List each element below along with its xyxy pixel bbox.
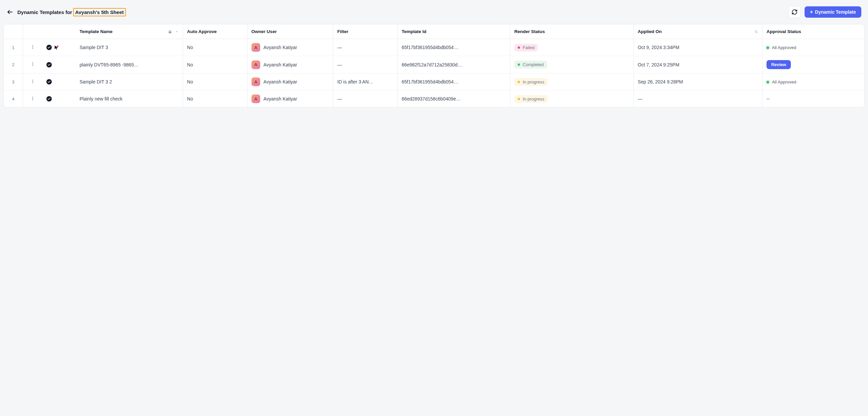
owner-cell: AAvyansh Katiyar	[247, 73, 333, 91]
col-header-template-name[interactable]: Template Name	[75, 24, 183, 39]
template-name-cell[interactable]: Plainly new fill check	[75, 91, 183, 107]
approval-status-cell: Review	[763, 56, 864, 73]
svg-point-3	[32, 48, 33, 49]
approval-status-cell: All Approved	[763, 73, 864, 91]
check-circle-icon	[46, 62, 52, 67]
render-status-label: In progress	[523, 96, 545, 101]
kebab-icon[interactable]	[30, 79, 35, 84]
row-status-icons	[42, 39, 76, 56]
kebab-icon[interactable]	[30, 45, 35, 50]
svg-point-10	[32, 83, 33, 83]
avatar: A	[251, 95, 260, 103]
table-row: 1Sample DIT 3NoAAvyansh Katiyar—65f17bf3…	[4, 39, 864, 56]
template-name-cell[interactable]: plainly DVT65-8965 -9865…	[75, 56, 183, 73]
render-status-cell: In progress	[510, 73, 634, 91]
cursor-pointer-icon	[54, 45, 58, 50]
render-status-label: Failed	[523, 45, 534, 50]
render-status-cell: Completed	[510, 56, 634, 73]
render-status-label: In progress	[523, 79, 545, 85]
render-status-pill: Failed	[514, 44, 538, 52]
filter-cell: —	[333, 91, 397, 107]
owner-name: Avyansh Katiyar	[264, 79, 297, 85]
row-status-icons	[42, 56, 76, 73]
applied-on-cell: Sep 26, 2024 9:28PM	[633, 73, 763, 91]
status-dot-icon	[767, 81, 769, 84]
filter-cell: —	[333, 39, 397, 56]
template-name-cell[interactable]: Sample DIT 3 2	[75, 73, 183, 91]
col-header-status-icons	[42, 24, 76, 39]
row-number: 1	[4, 39, 23, 56]
svg-point-7	[32, 65, 33, 66]
template-name-cell[interactable]: Sample DIT 3	[75, 39, 183, 56]
col-header-applied-on[interactable]: Applied On	[633, 24, 763, 39]
template-id-cell: 65f17bf361955d4bdb054…	[397, 73, 510, 91]
col-header-filter[interactable]: Filter	[333, 24, 397, 39]
col-label: Template Name	[80, 29, 113, 34]
avatar: A	[251, 60, 260, 69]
row-status-icons	[42, 73, 76, 91]
back-arrow-icon[interactable]	[7, 9, 13, 15]
approval-label: All Approved	[772, 79, 796, 85]
sort-icon	[754, 30, 758, 34]
refresh-button[interactable]	[788, 6, 801, 18]
approval-status: All Approved	[767, 79, 796, 85]
svg-point-2	[32, 47, 33, 47]
owner-cell: AAvyansh Katiyar	[247, 56, 333, 73]
table-header-row: Template Name Auto Approve Owner User Fi…	[4, 24, 864, 39]
row-status-icons	[42, 91, 76, 107]
row-menu-cell	[23, 56, 42, 73]
row-menu-cell	[23, 39, 42, 56]
refresh-icon	[792, 9, 798, 15]
svg-point-9	[32, 81, 33, 82]
lock-icon	[168, 30, 172, 34]
owner-name: Avyansh Katiyar	[264, 45, 297, 50]
check-circle-icon	[46, 96, 52, 101]
applied-on-cell: —	[633, 91, 763, 107]
table-row: 4Plainly new fill checkNoAAvyansh Katiya…	[4, 91, 864, 107]
auto-approve-cell: No	[183, 39, 247, 56]
owner-name: Avyansh Katiyar	[264, 96, 297, 101]
render-status-cell: Failed	[510, 39, 634, 56]
applied-on-cell: Oct 7, 2024 9:25PM	[633, 56, 763, 73]
svg-point-13	[32, 99, 33, 100]
status-dot-icon	[518, 46, 520, 49]
col-header-render-status[interactable]: Render Status	[510, 24, 634, 39]
approval-status: All Approved	[767, 45, 796, 50]
owner-cell: AAvyansh Katiyar	[247, 91, 333, 107]
svg-point-1	[32, 45, 33, 46]
kebab-icon[interactable]	[30, 96, 35, 101]
avatar: A	[251, 77, 260, 86]
render-status-pill: In progress	[514, 95, 548, 103]
approval-label: All Approved	[772, 45, 796, 50]
svg-point-4	[57, 45, 58, 47]
page-header: Dynamic Templates for Avyansh's 5th Shee…	[3, 3, 865, 24]
table-row: 2plainly DVT65-8965 -9865…NoAAvyansh Kat…	[4, 56, 864, 73]
check-circle-icon	[46, 45, 52, 50]
col-header-menu	[23, 24, 42, 39]
render-status-pill: Completed	[514, 61, 547, 68]
filter-cell: ID is after 3 AN…	[333, 73, 397, 91]
owner-cell: AAvyansh Katiyar	[247, 39, 333, 56]
kebab-icon[interactable]	[30, 62, 35, 66]
col-header-owner[interactable]: Owner User	[247, 24, 333, 39]
check-circle-icon	[46, 79, 52, 85]
chevron-down-icon	[175, 30, 179, 34]
review-button[interactable]: Review	[767, 60, 791, 69]
auto-approve-cell: No	[183, 56, 247, 73]
row-number: 4	[4, 91, 23, 107]
header-left: Dynamic Templates for Avyansh's 5th Shee…	[7, 8, 126, 17]
col-header-auto-approve[interactable]: Auto Approve	[183, 24, 247, 39]
page-title-prefix: Dynamic Templates for	[18, 9, 72, 15]
table-row: 3Sample DIT 3 2NoAAvyansh KatiyarID is a…	[4, 73, 864, 91]
col-header-approval-status[interactable]: Approval Status	[763, 24, 864, 39]
template-id-cell: 66ed28937d158c6b0409e…	[397, 91, 510, 107]
templates-table: Template Name Auto Approve Owner User Fi…	[3, 24, 865, 107]
auto-approve-cell: No	[183, 91, 247, 107]
add-dynamic-template-button[interactable]: + Dynamic Template	[805, 6, 861, 18]
svg-point-12	[32, 98, 33, 99]
row-menu-cell	[23, 73, 42, 91]
template-id-cell: 66e982f12a7d712a25830d…	[397, 56, 510, 73]
svg-point-8	[32, 79, 33, 80]
approval-status-cell: --	[763, 91, 864, 107]
col-header-template-id[interactable]: Template Id	[397, 24, 510, 39]
